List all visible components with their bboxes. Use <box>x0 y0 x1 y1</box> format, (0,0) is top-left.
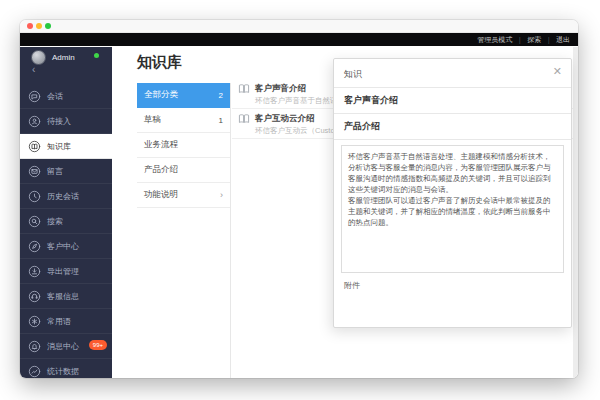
traffic-lights <box>27 23 51 29</box>
topbar-logout-link[interactable]: 退出 <box>556 35 570 45</box>
sidebar: Admin ‹ 会话 待接入 <box>20 47 112 378</box>
attachment-label: 附件 <box>344 280 360 291</box>
category-label: 全部分类 <box>144 89 178 101</box>
book-icon <box>238 114 250 124</box>
sidebar-nav: 会话 待接入 知识库 <box>20 84 112 378</box>
titlebar <box>20 20 578 33</box>
sidebar-item-label: 知识库 <box>47 141 71 152</box>
category-all[interactable]: 全部分类 2 <box>137 83 230 108</box>
category-label: 产品介绍 <box>144 164 178 176</box>
sidebar-item-label: 统计数据 <box>47 366 79 377</box>
result-title: 客户声音介绍 <box>344 94 398 107</box>
sidebar-item-customer-center[interactable]: 客户中心 <box>20 234 112 259</box>
search-result-customer-voice[interactable]: 客户声音介绍 <box>334 88 571 114</box>
sidebar-item-knowledge-base[interactable]: 知识库 <box>20 134 112 159</box>
sidebar-item-label: 历史会话 <box>47 191 79 202</box>
avatar[interactable] <box>31 50 46 65</box>
sidebar-item-statistics[interactable]: 统计数据 <box>20 359 112 378</box>
article-title: 客户互动云介绍 <box>255 113 315 125</box>
clock-icon <box>28 190 41 203</box>
search-result-product-intro[interactable]: 产品介绍 <box>334 114 571 140</box>
category-label: 草稿 <box>144 114 161 126</box>
sidebar-item-agent-info[interactable]: 客服信息 <box>20 284 112 309</box>
asterisk-icon <box>28 315 41 328</box>
sidebar-item-label: 客户中心 <box>47 241 79 252</box>
sidebar-item-label: 搜索 <box>47 216 63 227</box>
sidebar-item-label: 常用语 <box>47 316 71 327</box>
sidebar-item-notifications[interactable]: 消息中心 99+ <box>20 334 112 359</box>
user-name: Admin <box>52 53 75 62</box>
chart-icon <box>28 365 41 378</box>
collapse-sidebar-icon[interactable]: ‹ <box>32 65 35 75</box>
admin-topbar: 管理员模式 ｜ 探索 ｜ 退出 <box>20 33 578 46</box>
page-title: 知识库 <box>137 53 182 72</box>
category-business-process[interactable]: 业务流程 <box>137 133 230 158</box>
article-paragraph: 环信客户声音基于自然语言处理、主题建模和情感分析技术，分析访客与客服全量的消息内… <box>348 151 557 195</box>
sidebar-item-export[interactable]: 导出管理 <box>20 259 112 284</box>
sidebar-item-queue[interactable]: 待接入 <box>20 109 112 134</box>
envelope-icon <box>28 165 41 178</box>
book-icon <box>238 84 250 94</box>
notification-badge: 99+ <box>89 340 107 350</box>
category-panel: 全部分类 2 草稿 1 业务流程 产品介绍 功能说明 › <box>137 83 231 378</box>
minimize-button[interactable] <box>36 23 42 29</box>
search-icon <box>28 215 41 228</box>
category-count: 1 <box>219 116 223 125</box>
user-section: Admin ‹ <box>20 47 112 84</box>
compass-icon <box>28 240 41 253</box>
search-query-text[interactable]: 知识 <box>344 68 362 81</box>
article-content-box: 环信客户声音基于自然语言处理、主题建模和情感分析技术，分析访客与客服全量的消息内… <box>341 145 564 273</box>
scrollbar[interactable] <box>573 47 578 378</box>
article-title: 客户声音介绍 <box>255 83 306 95</box>
knowledge-search-popover: 知识 ✕ 客户声音介绍 产品介绍 环信客户声音基于自然语言处理、主题建模和情感分… <box>333 58 572 328</box>
sidebar-item-label: 待接入 <box>47 116 71 127</box>
topbar-admin-mode-link[interactable]: 管理员模式 <box>477 35 512 45</box>
sidebar-item-quick-replies[interactable]: 常用语 <box>20 309 112 334</box>
book-icon <box>28 140 41 153</box>
category-label: 功能说明 <box>144 189 178 201</box>
bell-icon <box>28 340 41 353</box>
sidebar-item-label: 导出管理 <box>47 266 79 277</box>
category-drafts[interactable]: 草稿 1 <box>137 108 230 133</box>
category-label: 业务流程 <box>144 139 178 151</box>
sidebar-item-label: 会话 <box>47 91 63 102</box>
category-product-intro[interactable]: 产品介绍 <box>137 158 230 183</box>
close-button[interactable] <box>27 23 33 29</box>
category-feature-docs[interactable]: 功能说明 › <box>137 183 230 208</box>
category-count: 2 <box>219 91 223 100</box>
close-icon[interactable]: ✕ <box>553 66 562 77</box>
zoom-button[interactable] <box>45 23 51 29</box>
sidebar-item-messages[interactable]: 留言 <box>20 159 112 184</box>
sidebar-item-label: 留言 <box>47 166 63 177</box>
chevron-right-icon: › <box>220 190 223 200</box>
download-icon <box>28 265 41 278</box>
sidebar-item-conversations[interactable]: 会话 <box>20 84 112 109</box>
topbar-separator: ｜ <box>516 35 523 45</box>
popover-search-header: 知识 ✕ <box>334 59 571 88</box>
person-icon <box>28 115 41 128</box>
headset-icon <box>28 290 41 303</box>
article-paragraph: 客服管理团队可以通过客户声音了解历史会话中最常被提及的主题和关键词，并了解相应的… <box>348 195 557 228</box>
topbar-separator: ｜ <box>545 35 552 45</box>
chat-icon <box>28 90 41 103</box>
app-window: 管理员模式 ｜ 探索 ｜ 退出 Admin ‹ 会话 <box>20 20 578 378</box>
result-title: 产品介绍 <box>344 120 380 133</box>
sidebar-item-search[interactable]: 搜索 <box>20 209 112 234</box>
sidebar-item-label: 消息中心 <box>47 341 79 352</box>
sidebar-item-history[interactable]: 历史会话 <box>20 184 112 209</box>
online-status-dot <box>94 53 99 58</box>
topbar-explore-link[interactable]: 探索 <box>527 35 541 45</box>
sidebar-item-label: 客服信息 <box>47 291 79 302</box>
